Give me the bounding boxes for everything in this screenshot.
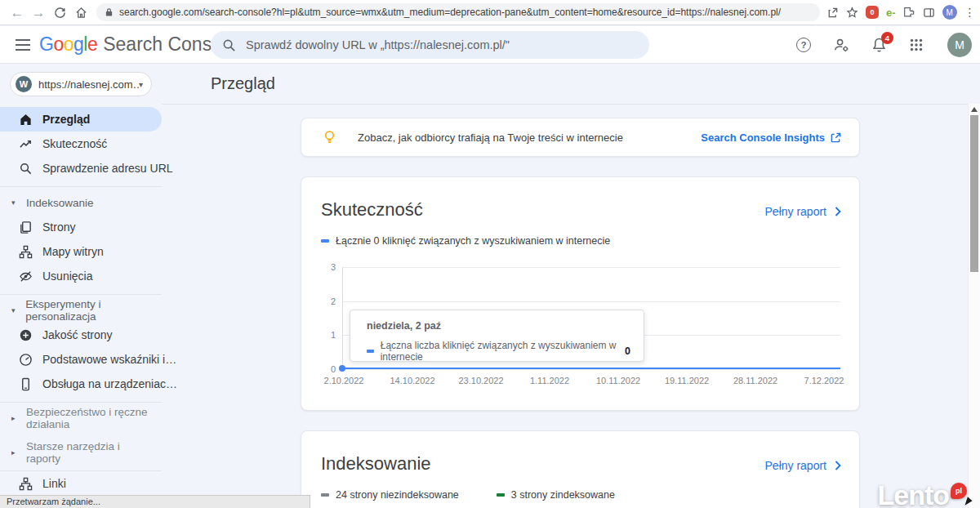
gridline	[342, 301, 840, 302]
gridline	[342, 267, 840, 268]
indexing-card: Indeksowanie Pełny raport 24 strony niez…	[301, 430, 860, 508]
gridline	[342, 369, 840, 370]
vertical-scrollbar[interactable]	[968, 104, 980, 508]
help-icon[interactable]: ?	[794, 35, 813, 55]
sidebar-item-sprawdzenie-url[interactable]: Sprawdzenie adresu URL	[0, 156, 162, 180]
indexing-full-report-link[interactable]: Pełny raport	[765, 459, 841, 472]
sidebar-item-mapy-witryn[interactable]: Mapy witryn	[0, 239, 162, 264]
performance-card: Skuteczność Pełny raport Łącznie 0 klikn…	[301, 176, 860, 411]
insights-banner-text: Zobacz, jak odbiorcy trafiają na Twoje t…	[358, 131, 623, 144]
sidebar-section-starsze-narzedzia[interactable]: ▸ Starsze narzędzia i raporty	[0, 440, 162, 465]
sidebar-item-jakosc-strony[interactable]: Jakość strony	[0, 323, 162, 347]
wordpress-icon: W	[16, 76, 32, 92]
lock-icon	[105, 7, 114, 17]
sidebar-divider	[0, 402, 162, 403]
sidebar-divider	[0, 186, 162, 187]
sidebar-item-podstawowe-wskazniki[interactable]: Podstawowe wskaźniki i…	[0, 347, 162, 372]
main-content: Przegląd Zobacz, jak odbiorcy trafiają n…	[162, 64, 968, 508]
browser-forward-button[interactable]: →	[28, 2, 49, 23]
sidebar-item-obsluga-na-urzadzeniach[interactable]: Obsługa na urządzeniac…	[0, 372, 162, 396]
notifications-bell-icon[interactable]: 4	[869, 35, 889, 55]
browser-menu-icon[interactable]: ⋮	[964, 6, 976, 19]
scrollbar-up-arrow[interactable]	[971, 107, 978, 112]
user-settings-icon[interactable]	[831, 35, 851, 55]
side-panel-icon[interactable]	[923, 7, 935, 19]
sitemap-icon	[18, 244, 33, 259]
sidebar-section-indeksowanie[interactable]: ▾ Indeksowanie	[0, 190, 162, 215]
caret-down-icon: ▾	[11, 198, 20, 207]
chevron-right-icon	[835, 461, 841, 470]
sidebar-item-usuniecia[interactable]: Usunięcia	[0, 264, 162, 288]
browser-reload-button[interactable]	[49, 2, 70, 23]
caret-right-icon: ▸	[11, 448, 20, 457]
home-icon	[18, 112, 33, 127]
pages-icon	[18, 220, 33, 234]
notification-badge: 4	[881, 32, 893, 44]
url-text: search.google.com/search-console?hl=pl&u…	[119, 7, 781, 18]
links-icon	[18, 476, 33, 491]
lightbulb-icon	[323, 130, 336, 145]
url-inspect-icon	[18, 161, 33, 176]
chart-tooltip: niedziela, 2 paź Łączna liczba kliknięć …	[350, 310, 644, 362]
core-web-vitals-gauge-icon	[18, 352, 33, 367]
scrollbar-thumb[interactable]	[970, 115, 978, 272]
x-axis-labels: 2.10.202214.10.202223.10.20221.11.202210…	[310, 376, 858, 385]
chevron-right-icon	[835, 207, 841, 216]
highlighted-data-point[interactable]	[339, 365, 345, 372]
legend-dash-blue	[321, 239, 329, 243]
performance-card-title: Skuteczność	[321, 199, 423, 221]
y-tick: 1	[301, 330, 336, 340]
mobile-usability-icon	[18, 377, 33, 391]
account-avatar[interactable]: M	[947, 33, 972, 57]
browser-status-bar: Przetwarzam żądanie...	[0, 495, 310, 508]
y-axis-line	[342, 267, 343, 369]
sidebar-nav: Przegląd Skuteczność Sprawdzenie adresu …	[0, 107, 162, 496]
browser-back-button[interactable]: ←	[7, 2, 28, 23]
tooltip-series-label: Łączna liczba kliknięć związanych z wysz…	[381, 340, 625, 363]
sidebar-item-przeglad[interactable]: Przegląd	[0, 107, 162, 131]
property-selector[interactable]: W https://nalesnej.com… ▾	[10, 72, 152, 96]
browser-toolbar: ← → search.google.com/search-console?hl=…	[0, 0, 980, 25]
search-icon	[222, 38, 236, 52]
insights-banner: Zobacz, jak odbiorcy trafiają na Twoje t…	[301, 118, 860, 157]
extension-badge-icon[interactable]: 0	[866, 6, 879, 19]
sidebar-section-bezpieczenstwo[interactable]: ▸ Bezpieczeństwo i ręczne działania	[0, 406, 162, 430]
chevron-down-icon: ▾	[139, 80, 143, 89]
tooltip-value: 0	[625, 345, 630, 357]
caret-down-icon: ▾	[11, 306, 19, 314]
indexed-legend: 3 strony zindeksowane	[497, 489, 615, 501]
google-logo: Google	[39, 33, 97, 56]
caret-right-icon: ▸	[11, 414, 20, 422]
sidebar-item-skutecznosc[interactable]: Skuteczność	[0, 131, 162, 156]
clicks-series-line	[342, 368, 840, 369]
tooltip-series-dash	[367, 350, 374, 353]
product-logo[interactable]: Google Search Console	[39, 33, 237, 56]
url-inspection-input[interactable]	[246, 38, 621, 51]
share-icon[interactable]	[826, 7, 839, 19]
extension-e-icon[interactable]: e-	[886, 7, 896, 18]
y-tick: 3	[301, 262, 336, 272]
sidebar: W https://nalesnej.com… ▾ Przegląd Skute…	[0, 64, 162, 508]
search-console-insights-link[interactable]: Search Console Insights	[701, 131, 841, 144]
legend-dash-gray	[321, 493, 329, 497]
hamburger-menu-icon[interactable]	[13, 35, 33, 55]
external-link-icon	[831, 132, 841, 143]
browser-profile-avatar[interactable]: M	[942, 5, 957, 20]
sidebar-item-strony[interactable]: Strony	[0, 215, 162, 239]
url-inspection-searchbox[interactable]	[211, 31, 649, 59]
sidebar-divider	[0, 294, 162, 295]
clicks-legend: Łącznie 0 kliknięć związanych z wyszukiw…	[321, 235, 610, 247]
browser-home-button[interactable]	[70, 2, 91, 23]
tooltip-date: niedziela, 2 paź	[367, 320, 441, 332]
sidebar-section-eksperymenty[interactable]: ▾ Eksperymenty i personalizacja	[0, 298, 162, 323]
google-apps-grid-icon[interactable]	[906, 35, 926, 55]
sidebar-item-linki[interactable]: Linki	[0, 471, 162, 496]
indexing-card-title: Indeksowanie	[321, 453, 431, 475]
page-title: Przegląd	[211, 74, 275, 93]
bookmark-star-icon[interactable]	[846, 7, 858, 19]
address-bar[interactable]: search.google.com/search-console?hl=pl&u…	[96, 3, 820, 21]
extensions-puzzle-icon[interactable]	[903, 7, 915, 19]
y-tick: 0	[301, 364, 336, 374]
property-label: https://nalesnej.com…	[38, 78, 139, 91]
performance-full-report-link[interactable]: Pełny raport	[765, 205, 841, 218]
